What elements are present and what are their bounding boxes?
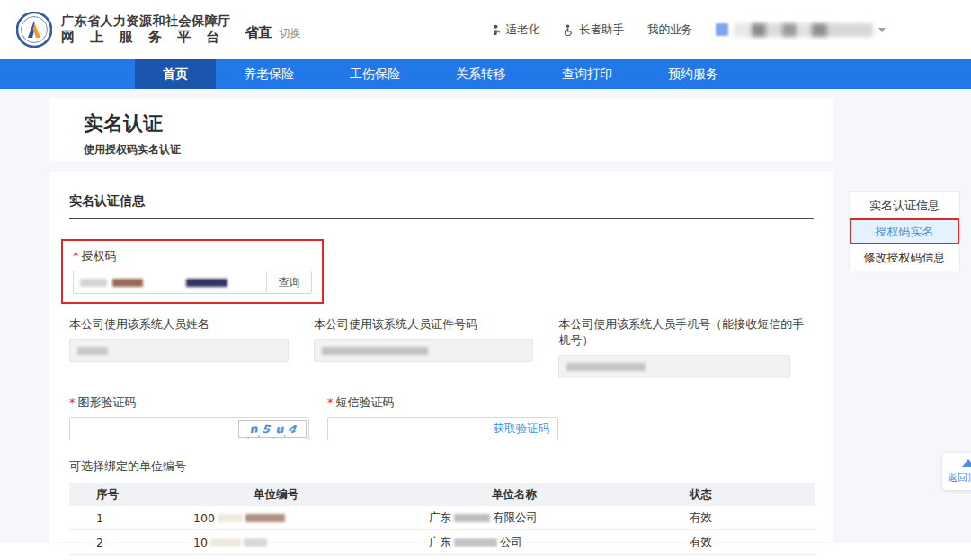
col-header-unit-name: 单位名称 [420, 487, 663, 502]
region-switch-link[interactable]: 切换 [280, 26, 301, 41]
elderly-mode-link[interactable]: 适老化 [490, 22, 540, 38]
my-business-label: 我的业务 [647, 22, 692, 38]
person-phone-field: 本公司使用该系统人员手机号（能接收短信的手机号） [558, 316, 814, 378]
section-title: 实名认证信息 [69, 193, 814, 219]
cell-unit-name: 广东 有限公司 [420, 511, 663, 526]
required-asterisk: * [69, 396, 76, 409]
unit-name-suffix: 公司 [500, 535, 522, 550]
captcha-char: n [248, 422, 258, 436]
table-row: 2 10 广东 公司 有效 [69, 530, 815, 555]
get-sms-code-link[interactable]: 获取验证码 [494, 422, 550, 437]
platform-name: 网 上 服 务 平 台 [61, 29, 231, 46]
cell-seq: 1 [69, 511, 186, 525]
avatar [716, 23, 728, 36]
redacted-person-phone [566, 363, 646, 371]
captcha-label: 图形验证码 [78, 396, 137, 409]
elderly-mode-label: 适老化 [506, 22, 540, 38]
unit-name-suffix: 有限公司 [493, 511, 538, 526]
redacted-unit-no [245, 514, 285, 522]
cell-seq: 2 [69, 536, 186, 549]
captcha-field: *图形验证码 n 5 u 4 [69, 395, 309, 440]
header-links: 适老化 长者助手 我的业务 [490, 22, 886, 38]
main-nav: 首页 养老保险 工伤保险 关系转移 查询打印 预约服务 [0, 59, 971, 89]
col-header-status: 状态 [663, 487, 815, 502]
units-table: 序号 单位编号 单位名称 状态 1 100 广东 [69, 483, 815, 555]
auth-code-row: 查询 [73, 271, 312, 294]
captcha-char: 4 [287, 422, 297, 436]
verification-row: *图形验证码 n 5 u 4 *短信 [69, 395, 814, 440]
username-redacted [734, 23, 873, 37]
redacted-unit-no [244, 538, 267, 547]
back-to-top-button[interactable]: 返回顶部 [942, 453, 971, 490]
redacted-auth-code [80, 279, 107, 287]
back-to-top-label: 返回顶部 [942, 471, 971, 484]
nav-tab-home[interactable]: 首页 [135, 59, 216, 89]
redacted-unit-no [210, 538, 241, 547]
region-wrap: 省直 切换 [245, 24, 301, 41]
elderly-mode-icon [490, 24, 502, 36]
auth-code-label-row: *授权码 [73, 248, 312, 264]
person-name-label: 本公司使用该系统人员姓名 [69, 316, 289, 333]
redacted-person-id [322, 347, 428, 355]
side-item-modify-authcode[interactable]: 修改授权码信息 [850, 244, 959, 271]
auth-code-input[interactable] [73, 271, 266, 294]
side-item-realname-info[interactable]: 实名认证信息 [850, 192, 959, 218]
unit-name-prefix: 广东 [429, 511, 451, 526]
region-label: 省直 [245, 24, 272, 41]
col-header-unit-no: 单位编号 [186, 487, 420, 502]
title-card: 实名认证 使用授权码实名认证 [49, 98, 833, 161]
cell-unit-no: 100 [186, 511, 420, 525]
nav-tab-appointment[interactable]: 预约服务 [640, 59, 746, 89]
page-title: 实名认证 [84, 111, 833, 138]
person-id-input [314, 339, 533, 362]
brand: 广东省人力资源和社会保障厅 网 上 服 务 平 台 [61, 13, 231, 46]
elder-assist-label: 长者助手 [579, 22, 624, 38]
person-name-field: 本公司使用该系统人员姓名 [69, 316, 289, 378]
person-phone-input [558, 355, 790, 378]
captcha-char: u [274, 422, 284, 436]
table-caption: 可选择绑定的单位编号 [69, 458, 814, 475]
captcha-image[interactable]: n 5 u 4 [238, 420, 307, 438]
annotation-box-auth-code: *授权码 查询 [61, 239, 324, 304]
cell-unit-name: 广东 公司 [420, 535, 663, 550]
required-asterisk: * [73, 249, 79, 262]
gov-logo-icon [16, 12, 52, 48]
col-header-seq: 序号 [69, 487, 186, 502]
captcha-label-row: *图形验证码 [69, 395, 309, 411]
captcha-input[interactable]: n 5 u 4 [69, 417, 309, 440]
page-subtitle: 使用授权码实名认证 [84, 142, 833, 157]
user-menu[interactable] [716, 23, 886, 37]
cell-status: 有效 [663, 535, 815, 550]
nav-tab-injury[interactable]: 工伤保险 [322, 59, 428, 89]
unit-name-prefix: 广东 [429, 535, 451, 550]
top-header: 广东省人力资源和社会保障厅 网 上 服 务 平 台 省直 切换 适老化 长者助手 [0, 0, 971, 59]
table-row: 1 100 广东 有限公司 有效 [69, 506, 815, 530]
page-area: 实名认证 使用授权码实名认证 实名认证信息 *授权码 [0, 89, 971, 543]
sms-code-label: 短信验证码 [336, 396, 395, 409]
side-item-authcode-realname[interactable]: 授权码实名 [850, 218, 959, 244]
person-id-field: 本公司使用该系统人员证件号码 [314, 316, 533, 378]
person-id-label: 本公司使用该系统人员证件号码 [314, 316, 533, 333]
query-button[interactable]: 查询 [266, 271, 312, 294]
org-name: 广东省人力资源和社会保障厅 [61, 13, 231, 30]
nav-tab-transfer[interactable]: 关系转移 [428, 59, 534, 89]
my-business-link[interactable]: 我的业务 [647, 22, 692, 38]
person-phone-label: 本公司使用该系统人员手机号（能接收短信的手机号） [558, 316, 814, 349]
arrow-up-icon [961, 459, 971, 467]
side-menu: 实名认证信息 授权码实名 修改授权码信息 [849, 191, 960, 271]
redacted-unit-no [218, 514, 243, 522]
sms-code-field: *短信验证码 获取验证码 [327, 395, 558, 440]
wheelchair-icon [563, 24, 575, 36]
content-column: 实名认证 使用授权码实名认证 实名认证信息 *授权码 [49, 98, 833, 542]
cell-unit-no: 10 [186, 536, 420, 549]
captcha-char: 5 [262, 422, 272, 436]
nav-tab-query-print[interactable]: 查询打印 [534, 59, 640, 89]
nav-tab-pension[interactable]: 养老保险 [216, 59, 322, 89]
elder-assist-link[interactable]: 长者助手 [563, 22, 624, 38]
redacted-auth-code [112, 279, 143, 287]
page: 广东省人力资源和社会保障厅 网 上 服 务 平 台 省直 切换 适老化 长者助手 [0, 0, 971, 560]
redacted-person-name [77, 347, 108, 355]
table-header-row: 序号 单位编号 单位名称 状态 [69, 483, 815, 506]
cell-status: 有效 [663, 511, 815, 526]
sms-code-input[interactable]: 获取验证码 [327, 417, 558, 440]
